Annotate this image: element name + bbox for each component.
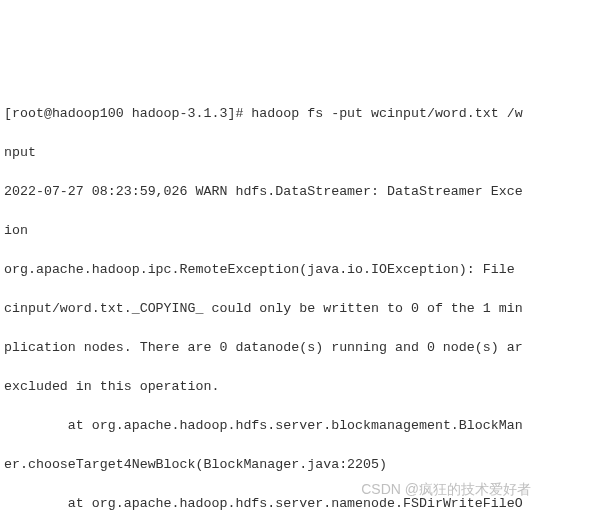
terminal-output: [root@hadoop100 hadoop-3.1.3]# hadoop fs…	[4, 84, 587, 518]
warn-line: 2022-07-27 08:23:59,026 WARN hdfs.DataSt…	[4, 182, 587, 202]
stacktrace-line: er.chooseTarget4NewBlock(BlockManager.ja…	[4, 455, 587, 475]
stacktrace-line: at org.apache.hadoop.hdfs.server.namenod…	[4, 494, 587, 514]
exception-line: excluded in this operation.	[4, 377, 587, 397]
exception-line: cinput/word.txt._COPYING_ could only be …	[4, 299, 587, 319]
prompt-line: [root@hadoop100 hadoop-3.1.3]# hadoop fs…	[4, 104, 587, 124]
warn-line-2: ion	[4, 221, 587, 241]
prompt-line-2: nput	[4, 143, 587, 163]
exception-line: org.apache.hadoop.ipc.RemoteException(ja…	[4, 260, 587, 280]
stacktrace-line: at org.apache.hadoop.hdfs.server.blockma…	[4, 416, 587, 436]
exception-line: plication nodes. There are 0 datanode(s)…	[4, 338, 587, 358]
